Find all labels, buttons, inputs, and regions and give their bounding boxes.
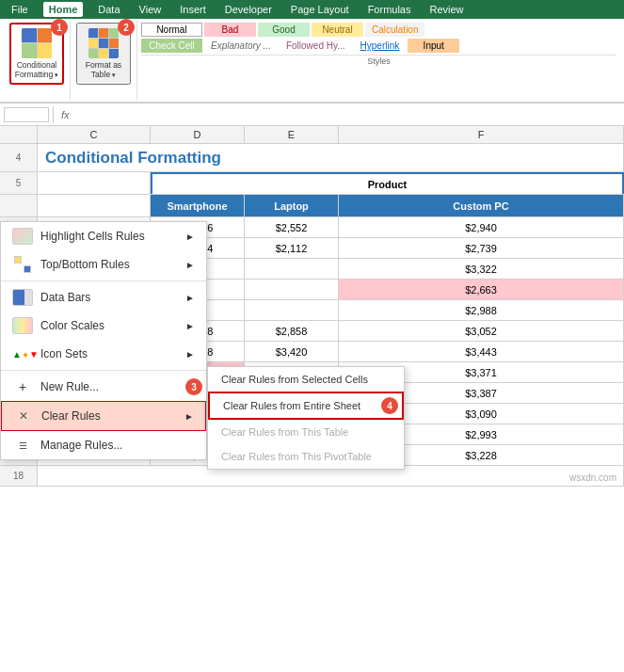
cell-7-2[interactable]: $2,739 bbox=[339, 238, 624, 258]
iconsets-icon: ▲●▼ bbox=[12, 345, 33, 362]
cell-9-1[interactable] bbox=[245, 280, 339, 299]
cell-6-1[interactable]: $2,552 bbox=[245, 217, 339, 237]
formula-bar: fx bbox=[0, 104, 624, 126]
submenu-entire-sheet[interactable]: Clear Rules from Entire Sheet 4 bbox=[208, 392, 404, 420]
cell-product-header: Product bbox=[151, 172, 624, 194]
row-num-header bbox=[0, 126, 38, 143]
menu-manage-rules[interactable]: ☰ Manage Rules... bbox=[1, 431, 206, 459]
callout-1: 1 bbox=[51, 19, 68, 36]
style-normal[interactable]: Normal bbox=[141, 23, 202, 37]
menu-iconsets[interactable]: ▲●▼ Icon Sets ► bbox=[1, 340, 206, 368]
highlight-cells-arrow: ► bbox=[185, 232, 195, 242]
col-header-d[interactable]: D bbox=[151, 126, 245, 143]
format-table-label: Format asTable ▾ bbox=[86, 60, 121, 80]
menu-review[interactable]: Review bbox=[425, 2, 467, 17]
formula-input[interactable] bbox=[73, 109, 620, 120]
databars-label: Data Bars bbox=[40, 291, 90, 304]
cell-11-2[interactable]: $3,052 bbox=[339, 321, 624, 341]
iconsets-label: Icon Sets bbox=[40, 347, 88, 360]
conditional-formatting-button[interactable]: ConditionalFormatting ▾ 1 bbox=[9, 23, 64, 85]
cf-button-label: ConditionalFormatting ▾ bbox=[15, 60, 59, 80]
col-header-e[interactable]: E bbox=[245, 126, 339, 143]
menu-new-rule[interactable]: + New Rule... 3 bbox=[1, 373, 206, 401]
style-input[interactable]: Input bbox=[408, 39, 459, 53]
cell-8-2[interactable]: $3,322 bbox=[339, 259, 624, 279]
menu-file[interactable]: File bbox=[8, 2, 32, 17]
cell-11-1[interactable]: $2,858 bbox=[245, 321, 339, 341]
cell-reference-input[interactable] bbox=[4, 107, 49, 122]
new-rule-label: New Rule... bbox=[40, 380, 99, 393]
new-rule-icon: + bbox=[12, 378, 33, 395]
databars-arrow: ► bbox=[185, 293, 195, 303]
cell-month-header bbox=[38, 172, 151, 194]
colorscales-icon bbox=[12, 317, 33, 334]
menu-data[interactable]: Data bbox=[94, 2, 123, 17]
style-followed[interactable]: Followed Hy... bbox=[280, 39, 352, 53]
submenu-selected-cells[interactable]: Clear Rules from Selected Cells bbox=[208, 367, 404, 392]
cell-8-1[interactable] bbox=[245, 259, 339, 279]
menu-page-layout[interactable]: Page Layout bbox=[287, 2, 353, 17]
menu-clear-rules[interactable]: ✕ Clear Rules ► bbox=[1, 401, 206, 431]
style-calculation[interactable]: Calculation bbox=[365, 23, 424, 37]
cell-month-subheader bbox=[38, 195, 151, 216]
menu-divider-2 bbox=[1, 370, 206, 371]
colorscales-label: Color Scales bbox=[40, 319, 104, 332]
cf-group: ConditionalFormatting ▾ 1 bbox=[4, 21, 71, 100]
clear-rules-icon: ✕ bbox=[13, 408, 34, 424]
databars-icon bbox=[12, 289, 33, 306]
menu-bar: File Home Data View Insert Developer Pag… bbox=[0, 0, 624, 19]
menu-formulas[interactable]: Formulas bbox=[364, 2, 415, 17]
spreadsheet: 4 Conditional Formatting 5 Product Smart… bbox=[0, 144, 624, 487]
style-check[interactable]: Check Cell bbox=[141, 39, 202, 53]
row-num-4: 4 bbox=[0, 144, 38, 171]
topbottom-icon bbox=[12, 256, 33, 273]
style-good[interactable]: Good bbox=[258, 23, 310, 37]
highlight-cells-label: Highlight Cells Rules bbox=[40, 230, 145, 243]
menu-databars[interactable]: Data Bars ► bbox=[1, 283, 206, 312]
cell-6-2[interactable]: $2,940 bbox=[339, 217, 624, 237]
cell-10-2[interactable]: $2,988 bbox=[339, 300, 624, 320]
cell-laptop-header: Laptop bbox=[245, 195, 339, 216]
menu-insert[interactable]: Insert bbox=[176, 2, 210, 17]
col-header-f[interactable]: F bbox=[339, 126, 624, 143]
cell-9-2[interactable]: $2,663 bbox=[339, 280, 624, 299]
fx-label: fx bbox=[61, 109, 70, 120]
menu-home[interactable]: Home bbox=[43, 2, 84, 17]
style-bad[interactable]: Bad bbox=[204, 23, 256, 37]
topbottom-label: Top/Bottom Rules bbox=[40, 258, 130, 271]
cell-smartphone-header: Smartphone bbox=[151, 195, 245, 216]
title-row: 4 Conditional Formatting bbox=[0, 144, 624, 172]
styles-row-2: Check Cell Explanatory ... Followed Hy..… bbox=[141, 39, 616, 53]
cell-12-1[interactable]: $3,420 bbox=[245, 342, 339, 361]
styles-section-label: Styles bbox=[141, 55, 616, 66]
format-table-button[interactable]: Format asTable ▾ 2 bbox=[76, 23, 131, 85]
style-hyperlink[interactable]: Hyperlink bbox=[354, 39, 407, 53]
cell-7-1[interactable]: $2,112 bbox=[245, 238, 339, 258]
format-table-icon bbox=[88, 28, 119, 58]
col-header-c[interactable]: C bbox=[38, 126, 151, 143]
clear-rules-label: Clear Rules bbox=[41, 409, 101, 423]
format-table-group: Format asTable ▾ 2 bbox=[71, 21, 137, 100]
cf-icon bbox=[22, 28, 52, 58]
menu-developer[interactable]: Developer bbox=[221, 2, 276, 17]
row-num-18: 18 bbox=[0, 466, 38, 486]
cell-10-1[interactable] bbox=[245, 300, 339, 320]
submenu-this-table: Clear Rules from This Table bbox=[208, 420, 404, 444]
row-num-5b bbox=[0, 195, 38, 216]
spreadsheet-title: Conditional Formatting bbox=[38, 144, 624, 171]
style-explanatory[interactable]: Explanatory ... bbox=[204, 39, 278, 53]
cell-12-2[interactable]: $3,443 bbox=[339, 342, 624, 361]
watermark: wsxdn.com bbox=[569, 472, 616, 483]
manage-rules-label: Manage Rules... bbox=[40, 439, 122, 452]
styles-row-1: Normal Bad Good Neutral Calculation bbox=[141, 23, 616, 37]
menu-view[interactable]: View bbox=[136, 2, 166, 17]
cell-custompc-header: Custom PC bbox=[339, 195, 624, 216]
menu-colorscales[interactable]: Color Scales ► bbox=[1, 312, 206, 340]
callout-2: 2 bbox=[118, 19, 135, 36]
manage-rules-icon: ☰ bbox=[12, 437, 33, 454]
style-neutral[interactable]: Neutral bbox=[312, 23, 363, 37]
menu-topbottom[interactable]: Top/Bottom Rules ► bbox=[1, 250, 206, 279]
menu-highlight-cells[interactable]: Highlight Cells Rules ► bbox=[1, 222, 206, 250]
highlight-cells-icon bbox=[12, 228, 33, 245]
colorscales-arrow: ► bbox=[185, 321, 195, 331]
